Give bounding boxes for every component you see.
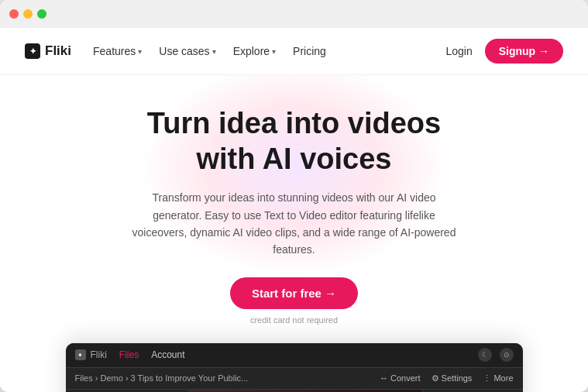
navbar: ✦ Fliki Features ▾ Use cases ▾ Explore ▾… [0,28,588,75]
hero-subtitle: Transform your ideas into stunning video… [132,189,457,259]
logo-text: Fliki [45,43,71,59]
nav-links: Features ▾ Use cases ▾ Explore ▾ Pricing [93,45,445,57]
app-preview: ✦ Fliki Files Account ☾ ⊙ Files › Demo ›… [66,343,523,392]
maximize-button[interactable] [37,9,46,19]
minimize-button[interactable] [23,9,33,19]
page-content: ✦ Fliki Features ▾ Use cases ▾ Explore ▾… [0,28,588,392]
settings-icon[interactable]: ⊙ [500,348,514,362]
app-breadcrumb: Files › Demo › 3 Tips to Improve Your Pu… [66,368,523,390]
hero-title: Turn idea into videos with AI voices [147,106,441,177]
title-bar [0,0,588,28]
chevron-down-icon: ▾ [212,47,216,56]
traffic-lights [9,9,46,19]
app-files-nav[interactable]: Files [119,349,139,360]
chevron-down-icon: ▾ [138,47,142,56]
nav-pricing[interactable]: Pricing [293,45,326,57]
nav-features[interactable]: Features ▾ [93,45,142,57]
nav-use-cases[interactable]: Use cases ▾ [159,45,215,57]
logo-icon: ✦ [25,43,40,59]
browser-window: ✦ Fliki Features ▾ Use cases ▾ Explore ▾… [0,0,588,392]
hero-section: Turn idea into videos with AI voices Tra… [0,75,588,392]
more-button[interactable]: ⋮ More [483,373,513,383]
nav-explore[interactable]: Explore ▾ [233,45,276,57]
close-button[interactable] [9,9,19,19]
credit-note: credit card not required [250,315,338,325]
login-button[interactable]: Login [445,45,472,57]
app-brand: ✦ Fliki [75,349,107,360]
chevron-down-icon: ▾ [272,47,276,56]
signup-button[interactable]: Signup → [485,39,563,64]
nav-actions: Login Signup → [445,39,563,64]
app-account-nav[interactable]: Account [151,349,184,360]
settings-button[interactable]: ⚙ Settings [432,373,473,383]
theme-toggle-button[interactable]: ☾ [478,348,492,362]
app-topbar: ✦ Fliki Files Account ☾ ⊙ [66,343,523,368]
convert-button[interactable]: ↔ Convert [380,373,421,383]
start-for-free-button[interactable]: Start for free → [230,277,358,309]
logo[interactable]: ✦ Fliki [25,43,71,59]
app-breadcrumb-actions: ↔ Convert ⚙ Settings ⋮ More [380,373,514,383]
app-topbar-right: ☾ ⊙ [478,348,514,362]
app-brand-icon: ✦ [75,349,86,360]
